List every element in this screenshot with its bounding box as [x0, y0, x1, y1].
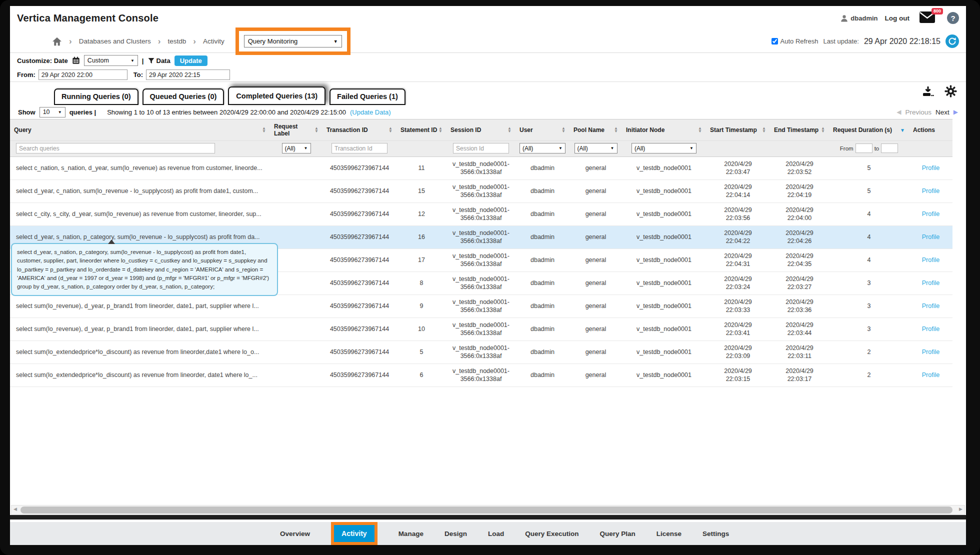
- footer-tab-query-plan[interactable]: Query Plan: [600, 530, 635, 538]
- request-label-filter-dropdown[interactable]: (All)▼: [282, 143, 311, 154]
- footer-tab-manage[interactable]: Manage: [398, 530, 424, 538]
- tab-failed-queries[interactable]: Failed Queries (1): [330, 88, 406, 105]
- tab-queued-queries[interactable]: Queued Queries (0): [142, 88, 224, 105]
- initiator-node-cell: v_testdb_node0001: [622, 372, 706, 380]
- footer-tab-activity[interactable]: Activity: [334, 525, 374, 542]
- next-arrow-icon[interactable]: ▶: [954, 108, 958, 116]
- home-icon[interactable]: [52, 37, 62, 46]
- table-row[interactable]: select d_year, c_nation, sum(lo_revenue …: [10, 180, 952, 203]
- column-header-request-label[interactable]: Request Label▲▼: [270, 120, 322, 140]
- column-header-query[interactable]: Query▲▼: [10, 120, 270, 140]
- query-cell[interactable]: select sum(lo_revenue), d_year, p_brand1…: [10, 302, 270, 310]
- calendar-icon[interactable]: [72, 56, 80, 64]
- horizontal-scrollbar[interactable]: ◀ ▶: [11, 505, 965, 515]
- transaction-id-cell: 45035996273967144: [322, 326, 396, 334]
- column-header-session-id[interactable]: Session ID▲▼: [446, 120, 516, 140]
- user-cell: dbadmin: [516, 188, 570, 196]
- query-cell[interactable]: select sum(lo_extendedprice*lo_discount)…: [10, 348, 270, 356]
- user-cell: dbadmin: [516, 348, 570, 356]
- table-row[interactable]: select sum(lo_revenue), d_year, p_brand1…: [10, 295, 952, 318]
- column-header-statement-id[interactable]: Statement ID▲▼: [396, 120, 446, 140]
- table-row[interactable]: select sum(lo_revenue), d_year, p_brand1…: [10, 318, 952, 341]
- window-frame: Vertica Management Console dbadmin Log o…: [0, 0, 980, 555]
- date-preset-value: Custom: [88, 57, 109, 64]
- tab-running-queries[interactable]: Running Queries (0): [54, 88, 138, 105]
- gear-icon[interactable]: [944, 85, 957, 98]
- session-id-filter-input[interactable]: [453, 143, 509, 154]
- column-header-transaction-id[interactable]: Transaction ID▲▼: [322, 120, 396, 140]
- tab-completed-queries[interactable]: Completed Queries (13): [228, 86, 326, 105]
- table-row[interactable]: select sum(lo_extendedprice*lo_discount)…: [10, 364, 952, 387]
- profile-link[interactable]: Profile: [922, 348, 940, 356]
- page-size-dropdown[interactable]: 10 ▼: [40, 107, 66, 118]
- table-row[interactable]: select sum(lo_extendedprice*lo_discount)…: [10, 341, 952, 364]
- breadcrumb-databases-and-clusters[interactable]: Databases and Clusters: [79, 38, 151, 45]
- session-id-cell: v_testdb_node0001-3566:0x1338af: [446, 230, 516, 245]
- breadcrumb-testdb[interactable]: testdb: [168, 38, 186, 45]
- table-row[interactable]: select c_city, s_city, d_year, sum(lo_re…: [10, 203, 952, 226]
- initiator-node-filter-dropdown[interactable]: (All)▼: [632, 143, 696, 154]
- previous-button[interactable]: Previous: [905, 108, 932, 116]
- refresh-icon[interactable]: [946, 34, 959, 48]
- column-header-pool-name[interactable]: Pool Name▲▼: [570, 120, 622, 140]
- sort-icon: ▲▼: [314, 127, 318, 133]
- footer-tab-overview[interactable]: Overview: [280, 530, 310, 538]
- column-header-initiator-node[interactable]: Initiator Node▲▼: [622, 120, 706, 140]
- from-label: From:: [17, 71, 36, 78]
- end-timestamp-cell: 2020/4/29 22:03:27: [770, 276, 829, 291]
- profile-link[interactable]: Profile: [922, 210, 940, 218]
- query-cell[interactable]: select d_year, s_nation, p_category, sum…: [10, 234, 270, 242]
- query-cell[interactable]: select c_nation, s_nation, d_year, sum(l…: [10, 164, 270, 172]
- next-button[interactable]: Next: [936, 108, 950, 116]
- table-row[interactable]: select c_nation, s_nation, d_year, sum(l…: [10, 157, 952, 180]
- footer-tab-settings[interactable]: Settings: [702, 530, 729, 538]
- profile-link[interactable]: Profile: [922, 326, 940, 334]
- download-icon[interactable]: [922, 86, 934, 98]
- sort-icon: ▲▼: [262, 127, 266, 133]
- date-preset-dropdown[interactable]: Custom ▼: [84, 55, 138, 66]
- messages-button[interactable]: 800: [920, 12, 935, 25]
- footer-tab-design[interactable]: Design: [444, 530, 467, 538]
- scroll-right-arrow-icon[interactable]: ▶: [959, 506, 962, 512]
- query-cell[interactable]: select d_year, c_nation, sum(lo_revenue …: [10, 188, 270, 196]
- footer-tab-license[interactable]: License: [656, 530, 682, 538]
- profile-link[interactable]: Profile: [922, 372, 940, 380]
- profile-link[interactable]: Profile: [922, 280, 940, 288]
- column-header-user[interactable]: User▲▼: [516, 120, 570, 140]
- footer-tab-load[interactable]: Load: [488, 530, 504, 538]
- duration-to-input[interactable]: [881, 144, 898, 153]
- profile-link[interactable]: Profile: [922, 302, 940, 310]
- query-cell[interactable]: select sum(lo_revenue), d_year, p_brand1…: [10, 326, 270, 334]
- profile-link[interactable]: Profile: [922, 234, 940, 242]
- transaction-id-filter-input[interactable]: [332, 143, 388, 154]
- scroll-left-arrow-icon[interactable]: ◀: [14, 506, 17, 512]
- scrollbar-thumb[interactable]: [20, 506, 952, 514]
- auto-refresh-checkbox[interactable]: [772, 38, 778, 44]
- update-button[interactable]: Update: [174, 56, 208, 66]
- duration-from-input[interactable]: [856, 144, 872, 153]
- start-timestamp-cell: 2020/4/29 22:04:31: [706, 252, 770, 268]
- logout-link[interactable]: Log out: [885, 14, 910, 22]
- column-header-start-timestamp[interactable]: Start Timestamp▲▼: [706, 120, 770, 140]
- pool-name-filter-dropdown[interactable]: (All)▼: [574, 143, 618, 154]
- update-data-link[interactable]: (Update Data): [350, 108, 391, 116]
- query-search-input[interactable]: [16, 143, 215, 154]
- query-cell[interactable]: select sum(lo_extendedprice*lo_discount)…: [10, 372, 270, 380]
- breadcrumb-activity[interactable]: Activity: [203, 38, 224, 45]
- footer-tab-query-execution[interactable]: Query Execution: [525, 530, 578, 538]
- profile-link[interactable]: Profile: [922, 164, 940, 172]
- to-date-input[interactable]: [146, 70, 230, 80]
- column-header-request-duration[interactable]: Request Duration (s)▼: [829, 120, 909, 140]
- profile-link[interactable]: Profile: [922, 256, 940, 264]
- view-selector-dropdown[interactable]: Query Monitoring ▼: [244, 35, 342, 48]
- help-button[interactable]: ?: [947, 12, 959, 24]
- query-cell[interactable]: select c_city, s_city, d_year, sum(lo_re…: [10, 210, 270, 218]
- column-header-end-timestamp[interactable]: End Timestamp▲▼: [770, 120, 829, 140]
- profile-link[interactable]: Profile: [922, 188, 940, 196]
- user-menu[interactable]: dbadmin: [840, 14, 878, 22]
- actions-cell: Profile: [909, 234, 952, 242]
- filter-funnel-icon[interactable]: [148, 58, 154, 64]
- user-filter-dropdown[interactable]: (All)▼: [520, 143, 566, 154]
- auto-refresh-toggle[interactable]: Auto Refresh: [772, 38, 818, 45]
- from-date-input[interactable]: [38, 70, 128, 80]
